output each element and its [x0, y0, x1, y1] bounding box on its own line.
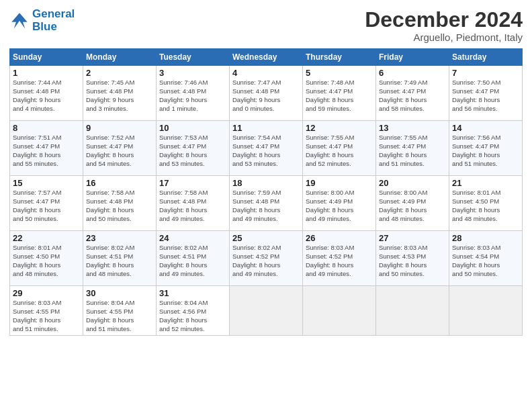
- page: General Blue December 2024 Arguello, Pie…: [0, 0, 532, 411]
- weekday-header-sunday: Sunday: [10, 49, 83, 66]
- calendar-cell: 5Sunrise: 7:48 AM Sunset: 4:47 PM Daylig…: [303, 66, 376, 121]
- day-info: Sunrise: 8:00 AM Sunset: 4:49 PM Dayligh…: [379, 189, 446, 223]
- day-info: Sunrise: 8:01 AM Sunset: 4:50 PM Dayligh…: [452, 189, 519, 223]
- day-info: Sunrise: 8:02 AM Sunset: 4:51 PM Dayligh…: [86, 244, 153, 278]
- day-info: Sunrise: 7:59 AM Sunset: 4:48 PM Dayligh…: [232, 189, 300, 223]
- calendar-cell: 1Sunrise: 7:44 AM Sunset: 4:48 PM Daylig…: [10, 66, 83, 121]
- day-info: Sunrise: 7:56 AM Sunset: 4:47 PM Dayligh…: [452, 134, 519, 168]
- calendar-header-row: SundayMondayTuesdayWednesdayThursdayFrid…: [10, 49, 523, 66]
- day-number: 7: [452, 68, 519, 78]
- day-info: Sunrise: 7:50 AM Sunset: 4:47 PM Dayligh…: [452, 79, 519, 113]
- day-number: 15: [13, 178, 80, 188]
- day-number: 14: [452, 123, 519, 133]
- weekday-header-friday: Friday: [376, 49, 449, 66]
- calendar-cell: 13Sunrise: 7:55 AM Sunset: 4:47 PM Dayli…: [376, 121, 449, 176]
- calendar-cell: 24Sunrise: 8:02 AM Sunset: 4:51 PM Dayli…: [157, 231, 230, 286]
- calendar-cell: 28Sunrise: 8:03 AM Sunset: 4:54 PM Dayli…: [449, 231, 523, 286]
- calendar-cell: 16Sunrise: 7:58 AM Sunset: 4:48 PM Dayli…: [83, 176, 157, 231]
- day-number: 12: [306, 123, 373, 133]
- day-number: 22: [13, 233, 80, 243]
- day-number: 11: [232, 123, 300, 133]
- calendar-cell: 26Sunrise: 8:03 AM Sunset: 4:52 PM Dayli…: [303, 231, 376, 286]
- day-info: Sunrise: 7:44 AM Sunset: 4:48 PM Dayligh…: [13, 79, 80, 113]
- day-number: 13: [379, 123, 446, 133]
- calendar-cell: 23Sunrise: 8:02 AM Sunset: 4:51 PM Dayli…: [83, 231, 157, 286]
- calendar-cell: 18Sunrise: 7:59 AM Sunset: 4:48 PM Dayli…: [230, 176, 303, 231]
- calendar-cell: 6Sunrise: 7:49 AM Sunset: 4:47 PM Daylig…: [376, 66, 449, 121]
- calendar-cell: 2Sunrise: 7:45 AM Sunset: 4:48 PM Daylig…: [83, 66, 157, 121]
- calendar-cell: 4Sunrise: 7:47 AM Sunset: 4:48 PM Daylig…: [230, 66, 303, 121]
- calendar-cell: 20Sunrise: 8:00 AM Sunset: 4:49 PM Dayli…: [376, 176, 449, 231]
- day-info: Sunrise: 7:52 AM Sunset: 4:47 PM Dayligh…: [86, 134, 153, 168]
- month-title: December 2024: [365, 8, 523, 32]
- day-info: Sunrise: 8:01 AM Sunset: 4:50 PM Dayligh…: [13, 244, 80, 278]
- calendar-cell: [449, 286, 523, 336]
- day-info: Sunrise: 7:55 AM Sunset: 4:47 PM Dayligh…: [379, 134, 446, 168]
- weekday-header-tuesday: Tuesday: [157, 49, 230, 66]
- calendar-cell: 29Sunrise: 8:03 AM Sunset: 4:55 PM Dayli…: [10, 286, 83, 336]
- day-info: Sunrise: 7:47 AM Sunset: 4:48 PM Dayligh…: [232, 79, 300, 113]
- day-number: 17: [159, 178, 226, 188]
- calendar-cell: 21Sunrise: 8:01 AM Sunset: 4:50 PM Dayli…: [449, 176, 523, 231]
- day-number: 8: [13, 123, 80, 133]
- day-number: 4: [232, 68, 300, 78]
- day-info: Sunrise: 8:02 AM Sunset: 4:52 PM Dayligh…: [232, 244, 300, 278]
- calendar-cell: 10Sunrise: 7:53 AM Sunset: 4:47 PM Dayli…: [157, 121, 230, 176]
- calendar-cell: [303, 286, 376, 336]
- day-number: 1: [13, 68, 80, 78]
- calendar-cell: 11Sunrise: 7:54 AM Sunset: 4:47 PM Dayli…: [230, 121, 303, 176]
- calendar-table: SundayMondayTuesdayWednesdayThursdayFrid…: [9, 48, 523, 336]
- title-block: December 2024 Arguello, Piedmont, Italy: [365, 8, 523, 43]
- calendar-cell: 9Sunrise: 7:52 AM Sunset: 4:47 PM Daylig…: [83, 121, 157, 176]
- calendar-cell: 30Sunrise: 8:04 AM Sunset: 4:55 PM Dayli…: [83, 286, 157, 336]
- calendar-cell: 17Sunrise: 7:58 AM Sunset: 4:48 PM Dayli…: [157, 176, 230, 231]
- calendar-body: 1Sunrise: 7:44 AM Sunset: 4:48 PM Daylig…: [10, 66, 523, 336]
- calendar-cell: 31Sunrise: 8:04 AM Sunset: 4:56 PM Dayli…: [157, 286, 230, 336]
- day-info: Sunrise: 8:00 AM Sunset: 4:49 PM Dayligh…: [306, 189, 373, 223]
- day-number: 24: [159, 233, 226, 243]
- day-info: Sunrise: 8:03 AM Sunset: 4:52 PM Dayligh…: [306, 244, 373, 278]
- day-number: 25: [232, 233, 300, 243]
- day-number: 26: [306, 233, 373, 243]
- day-number: 3: [159, 68, 226, 78]
- calendar-cell: 15Sunrise: 7:57 AM Sunset: 4:47 PM Dayli…: [10, 176, 83, 231]
- day-number: 18: [232, 178, 300, 188]
- day-number: 27: [379, 233, 446, 243]
- calendar-cell: 12Sunrise: 7:55 AM Sunset: 4:47 PM Dayli…: [303, 121, 376, 176]
- day-info: Sunrise: 7:57 AM Sunset: 4:47 PM Dayligh…: [13, 189, 80, 223]
- day-info: Sunrise: 7:51 AM Sunset: 4:47 PM Dayligh…: [13, 134, 80, 168]
- location: Arguello, Piedmont, Italy: [365, 32, 523, 43]
- day-number: 16: [86, 178, 153, 188]
- day-info: Sunrise: 8:03 AM Sunset: 4:54 PM Dayligh…: [452, 244, 519, 278]
- calendar-cell: [376, 286, 449, 336]
- calendar-cell: 19Sunrise: 8:00 AM Sunset: 4:49 PM Dayli…: [303, 176, 376, 231]
- header: General Blue December 2024 Arguello, Pie…: [9, 8, 523, 43]
- logo: General Blue: [9, 8, 75, 33]
- day-info: Sunrise: 8:04 AM Sunset: 4:55 PM Dayligh…: [86, 299, 153, 333]
- calendar-cell: [230, 286, 303, 336]
- weekday-header-saturday: Saturday: [449, 49, 523, 66]
- day-info: Sunrise: 7:55 AM Sunset: 4:47 PM Dayligh…: [306, 134, 373, 168]
- day-info: Sunrise: 7:58 AM Sunset: 4:48 PM Dayligh…: [86, 189, 153, 223]
- day-number: 20: [379, 178, 446, 188]
- day-info: Sunrise: 7:46 AM Sunset: 4:48 PM Dayligh…: [159, 79, 226, 113]
- day-info: Sunrise: 7:54 AM Sunset: 4:47 PM Dayligh…: [232, 134, 300, 168]
- day-number: 30: [86, 288, 153, 298]
- day-number: 21: [452, 178, 519, 188]
- day-info: Sunrise: 7:49 AM Sunset: 4:47 PM Dayligh…: [379, 79, 446, 113]
- weekday-header-monday: Monday: [83, 49, 157, 66]
- calendar-cell: 8Sunrise: 7:51 AM Sunset: 4:47 PM Daylig…: [10, 121, 83, 176]
- weekday-header-thursday: Thursday: [303, 49, 376, 66]
- day-info: Sunrise: 7:45 AM Sunset: 4:48 PM Dayligh…: [86, 79, 153, 113]
- calendar-cell: 3Sunrise: 7:46 AM Sunset: 4:48 PM Daylig…: [157, 66, 230, 121]
- day-info: Sunrise: 7:53 AM Sunset: 4:47 PM Dayligh…: [159, 134, 226, 168]
- day-number: 9: [86, 123, 153, 133]
- calendar-cell: 22Sunrise: 8:01 AM Sunset: 4:50 PM Dayli…: [10, 231, 83, 286]
- logo-text: General Blue: [32, 8, 75, 33]
- weekday-header-wednesday: Wednesday: [230, 49, 303, 66]
- day-info: Sunrise: 8:03 AM Sunset: 4:53 PM Dayligh…: [379, 244, 446, 278]
- day-number: 2: [86, 68, 153, 78]
- day-number: 5: [306, 68, 373, 78]
- day-number: 10: [159, 123, 226, 133]
- calendar-cell: 25Sunrise: 8:02 AM Sunset: 4:52 PM Dayli…: [230, 231, 303, 286]
